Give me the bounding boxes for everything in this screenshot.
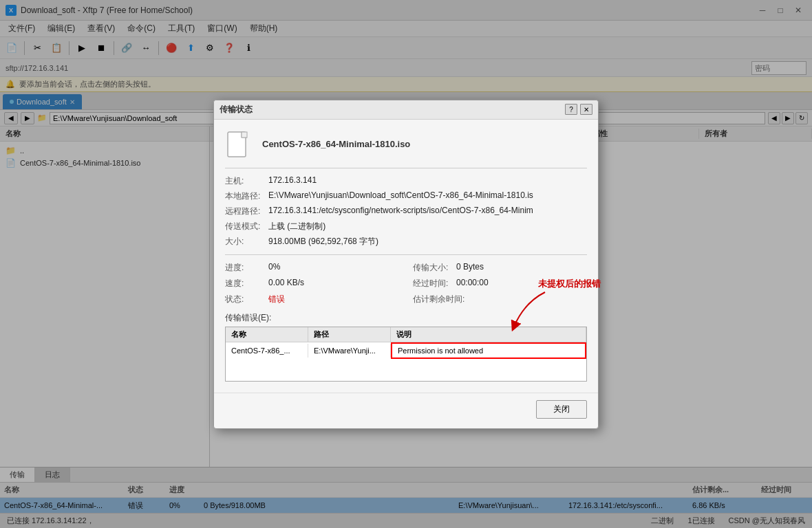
- err-cell-path: E:\VMware\Yunji...: [308, 344, 391, 358]
- modal-title: 传输状态: [220, 104, 253, 116]
- modal-filename: CentOS-7-x86_64-Minimal-1810.iso: [262, 139, 410, 149]
- modal-local-path-row: 本地路径: E:\VMware\Yunjisuan\Download_soft\…: [225, 190, 587, 202]
- svg-rect-1: [242, 132, 247, 138]
- err-cell-name: CentOS-7-x86_...: [226, 344, 308, 358]
- transfer-size-value: 0 Bytes: [456, 262, 484, 274]
- host-value: 172.16.3.141: [268, 175, 317, 187]
- size-label: 大小:: [225, 236, 263, 248]
- modal-size-row: 大小: 918.00MB (962,592,768 字节): [225, 236, 587, 248]
- err-th-name: 名称: [226, 327, 308, 342]
- modal-header-row: CentOS-7-x86_64-Minimal-1810.iso: [225, 131, 587, 158]
- modal-footer: 关闭: [214, 393, 598, 428]
- progress-value: 0%: [268, 262, 280, 274]
- annotation-arrow-svg: [504, 289, 559, 337]
- remote-path-value: 172.16.3.141:/etc/sysconfig/network-scri…: [268, 206, 533, 217]
- remote-path-label: 远程路径:: [225, 206, 263, 217]
- modal-transfer-mode-row: 传送模式: 上载 (二进制制): [225, 221, 587, 232]
- size-value: 918.00MB (962,592,768 字节): [268, 236, 378, 248]
- modal-close-btn[interactable]: 关闭: [536, 400, 587, 419]
- err-th-path: 路径: [308, 327, 391, 342]
- app-window: X Download_soft - Xftp 7 (Free for Home/…: [0, 0, 812, 528]
- speed-row: 速度: 0.00 KB/s: [225, 278, 399, 289]
- error-section: 传输错误(E): 名称 路径 说明 CentOS-7-x86_... E:\VM…: [225, 312, 587, 382]
- transfer-size-row: 传输大小: 0 Bytes: [413, 262, 587, 274]
- table-row[interactable]: CentOS-7-x86_... E:\VMware\Yunji... Perm…: [226, 342, 586, 359]
- elapsed-label: 经过时间:: [413, 278, 451, 289]
- file-svg-icon: [226, 131, 251, 158]
- speed-label: 速度:: [225, 278, 263, 289]
- transfer-mode-value: 上载 (二进制制): [268, 221, 325, 232]
- progress-label: 进度:: [225, 262, 263, 274]
- remain-row: 估计剩余时间:: [413, 294, 587, 305]
- modal-divider-1: [225, 168, 587, 168]
- annotation-text: 未提权后的报错: [538, 278, 601, 289]
- modal-divider-2: [225, 254, 587, 255]
- modal-file-icon: [225, 131, 253, 158]
- progress-row: 进度: 0%: [225, 262, 399, 274]
- local-path-value: E:\VMware\Yunjisuan\Download_soft\CentOS…: [268, 190, 533, 202]
- modal-close-button[interactable]: ✕: [580, 104, 592, 115]
- modal-title-buttons: ? ✕: [565, 104, 592, 115]
- host-label: 主机:: [225, 175, 263, 187]
- status-row: 状态: 错误: [225, 294, 399, 305]
- status-label-modal: 状态:: [225, 294, 263, 305]
- transfer-mode-label: 传送模式:: [225, 221, 263, 232]
- modal-host-row: 主机: 172.16.3.141: [225, 175, 587, 187]
- modal-remote-path-row: 远程路径: 172.16.3.141:/etc/sysconfig/networ…: [225, 206, 587, 217]
- local-path-label: 本地路径:: [225, 190, 263, 202]
- modal-overlay: 传输状态 ? ✕ CentOS-7-: [0, 0, 812, 528]
- annotation-container: 未提权后的报错: [538, 278, 601, 290]
- status-value-modal: 错误: [268, 294, 285, 305]
- remain-label: 估计剩余时间:: [413, 294, 464, 305]
- modal-info-section: 主机: 172.16.3.141 本地路径: E:\VMware\Yunjisu…: [225, 175, 587, 248]
- modal-titlebar: 传输状态 ? ✕: [214, 100, 598, 120]
- err-cell-description: Permission is not allowed: [391, 342, 586, 359]
- modal-help-button[interactable]: ?: [565, 104, 577, 115]
- transfer-status-dialog: 传输状态 ? ✕ CentOS-7-: [213, 100, 599, 429]
- transfer-size-label: 传输大小:: [413, 262, 451, 274]
- modal-body: CentOS-7-x86_64-Minimal-1810.iso 主机: 172…: [214, 120, 598, 393]
- elapsed-value: 00:00:00: [456, 278, 489, 289]
- speed-value: 0.00 KB/s: [268, 278, 304, 289]
